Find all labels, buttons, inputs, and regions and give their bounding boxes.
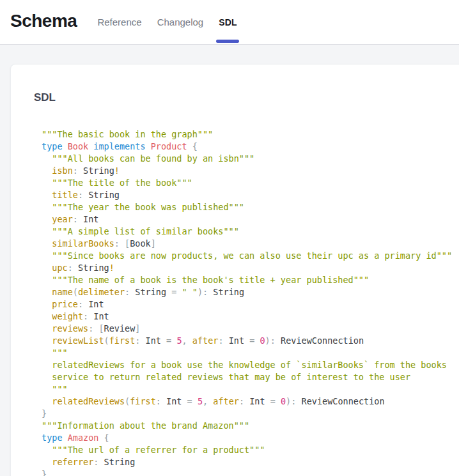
code-line: relatedReviews for a book use the knowle… — [42, 359, 459, 371]
tab-sdl-label: SDL — [219, 17, 237, 27]
tab-sdl[interactable]: SDL — [211, 0, 245, 44]
code-line: """The name of a book is the book's titl… — [42, 274, 459, 286]
code-line: } — [42, 408, 459, 420]
page-title: Schema — [10, 11, 77, 31]
code-line: upc: String! — [42, 262, 459, 274]
code-line: """The basic book in the graph""" — [42, 128, 459, 141]
code-line: relatedReviews(first: Int = 5, after: In… — [42, 395, 459, 408]
code-line: """The title of the book""" — [42, 177, 459, 189]
code-line: } — [42, 468, 459, 476]
sdl-heading: SDL — [34, 91, 459, 104]
code-line: type Book implements Product { — [42, 141, 459, 153]
code-line: title: String — [42, 189, 459, 201]
sdl-code: """The basic book in the graph"""type Bo… — [34, 128, 459, 476]
code-line: year: Int — [42, 213, 459, 226]
code-line: service to return related reviews that m… — [42, 371, 459, 383]
sdl-content-card: SDL """The basic book in the graph"""typ… — [10, 64, 459, 476]
tab-reference[interactable]: Reference — [89, 0, 149, 44]
code-line: """A simple list of similar books""" — [42, 226, 459, 238]
code-line: name(delimeter: String = " "): String — [42, 286, 459, 298]
code-line: """All books can be found by an isbn""" — [42, 153, 459, 165]
code-line: """ — [42, 383, 459, 395]
code-line: referrer: String — [42, 456, 459, 468]
code-line: type Amazon { — [42, 432, 459, 444]
code-line: """The year the book was published""" — [42, 201, 459, 213]
code-line: reviews: [Review] — [42, 323, 459, 335]
tab-bar: Reference Changelog SDL — [89, 0, 244, 44]
code-line: """Information about the brand Amazon""" — [42, 420, 459, 432]
code-line: reviewList(first: Int = 5, after: Int = … — [42, 335, 459, 347]
tab-changelog[interactable]: Changelog — [150, 0, 212, 44]
code-line: similarBooks: [Book] — [42, 238, 459, 250]
code-line: """Since books are now products, we can … — [42, 250, 459, 262]
active-tab-underline — [216, 40, 239, 43]
code-line: """ — [42, 347, 459, 359]
page-header: Schema Reference Changelog SDL — [0, 0, 459, 45]
code-line: price: Int — [42, 298, 459, 311]
code-line: """The url of a referrer for a product""… — [42, 444, 459, 456]
code-line: weight: Int — [42, 311, 459, 323]
code-line: isbn: String! — [42, 165, 459, 177]
